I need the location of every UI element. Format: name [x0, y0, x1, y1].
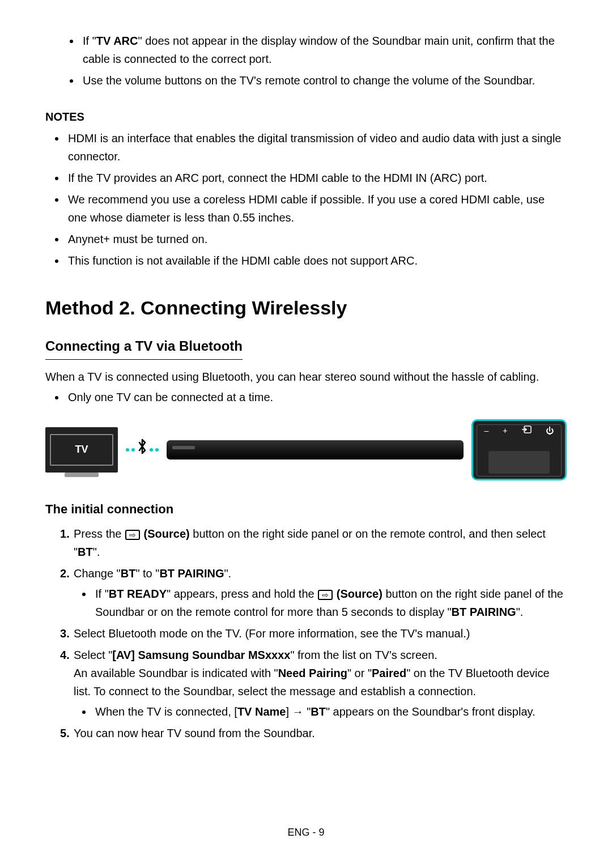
bold-text: Need Pairing: [278, 667, 347, 679]
notes-heading: NOTES: [45, 108, 567, 126]
bold-text: BT READY: [109, 588, 167, 600]
power-icon: ⏻: [546, 424, 554, 437]
nested-bullet-list: When the TV is connected, [TV Name] → "B…: [93, 703, 567, 721]
text: If ": [95, 588, 109, 600]
text: " appears on the Soundbar's front displa…: [326, 705, 536, 718]
list-item: Only one TV can be connected at a time.: [66, 388, 567, 406]
step-item: Select "[AV] Samsung Soundbar MSxxxx" fr…: [60, 646, 567, 721]
nested-bullet-list: If "BT READY" appears, press and hold th…: [93, 585, 567, 621]
list-item: We recommend you use a coreless HDMI cab…: [66, 190, 567, 227]
bold-text: TV Name: [237, 705, 286, 718]
dot-icon: [150, 448, 153, 452]
initial-connection-heading: The initial connection: [45, 499, 567, 519]
tv-label: TV: [50, 434, 113, 466]
text: ".: [93, 546, 100, 558]
step-item: Select Bluetooth mode on the TV. (For mo…: [60, 624, 567, 643]
list-item: This function is not available if the HD…: [66, 252, 567, 270]
source-icon: [125, 530, 140, 540]
subheading: Connecting a TV via Bluetooth: [45, 335, 243, 359]
text: " appears, press and hold the: [167, 588, 317, 600]
list-item: If "BT READY" appears, press and hold th…: [93, 585, 567, 621]
bold-text: BT PAIRING: [159, 567, 224, 580]
dot-icon: [126, 448, 129, 452]
bold-text: BT PAIRING: [452, 606, 516, 618]
text: If ": [83, 35, 96, 47]
top-bullet-list: If "TV ARC" does not appear in the displ…: [80, 32, 567, 90]
text: ".: [224, 567, 231, 580]
bold-text: BT: [121, 567, 136, 580]
text: An available Soundbar is indicated with …: [74, 667, 278, 679]
list-item: When the TV is connected, [TV Name] → "B…: [93, 703, 567, 721]
side-panel-icon: – + ⏻: [471, 419, 567, 480]
text: Select ": [74, 649, 112, 661]
list-item: If "TV ARC" does not appear in the displ…: [80, 32, 567, 68]
steps-list: Press the (Source) button on the right s…: [60, 525, 567, 742]
text: " to ": [135, 567, 159, 580]
text: " from the list on TV's screen.: [290, 649, 437, 661]
method-heading: Method 2. Connecting Wirelessly: [45, 292, 567, 323]
step-item: Change "BT" to "BT PAIRING". If "BT READ…: [60, 564, 567, 621]
bold-text: TV ARC: [96, 35, 138, 47]
plus-icon: +: [503, 424, 507, 437]
intro-bullet-list: Only one TV can be connected at a time.: [66, 388, 567, 406]
dot-icon: [155, 448, 159, 452]
list-item: Anynet+ must be turned on.: [66, 230, 567, 248]
text: Press the: [74, 527, 125, 540]
text: ": [304, 705, 311, 718]
text: " does not appear in the display window …: [83, 35, 555, 65]
list-item: HDMI is an interface that enables the di…: [66, 129, 567, 165]
list-item: If the TV provides an ARC port, connect …: [66, 169, 567, 187]
bold-text: (Source): [141, 527, 190, 540]
bold-text: [AV] Samsung Soundbar MSxxxx: [112, 649, 290, 661]
source-icon: [318, 590, 333, 600]
tv-stand-icon: [65, 473, 99, 477]
bluetooth-diagram: TV – + ⏻: [45, 419, 567, 481]
panel-body-icon: [488, 451, 550, 474]
soundbar-icon: [167, 440, 464, 459]
arrow-icon: →: [292, 705, 304, 718]
step-item: You can now hear TV sound from the Sound…: [60, 724, 567, 742]
bold-text: BT: [78, 546, 93, 558]
bold-text: BT: [311, 705, 326, 718]
text: When the TV is connected, [: [95, 705, 237, 718]
text: ".: [516, 606, 524, 618]
page-footer: ENG - 9: [0, 824, 612, 841]
bold-text: Paired: [372, 667, 406, 679]
source-icon: [521, 424, 532, 437]
intro-text: When a TV is connected using Bluetooth, …: [45, 368, 567, 386]
minus-icon: –: [484, 424, 489, 437]
text: " or ": [347, 667, 372, 679]
step-item: Press the (Source) button on the right s…: [60, 525, 567, 561]
text: Change ": [74, 567, 121, 580]
bluetooth-indicator: [126, 438, 159, 462]
dot-icon: [131, 448, 135, 452]
list-item: Use the volume buttons on the TV's remot…: [80, 71, 567, 90]
bluetooth-icon: [137, 438, 147, 462]
notes-list: HDMI is an interface that enables the di…: [66, 129, 567, 270]
tv-icon: TV: [45, 427, 118, 473]
text: ]: [286, 705, 292, 718]
bold-text: (Source): [333, 588, 382, 600]
